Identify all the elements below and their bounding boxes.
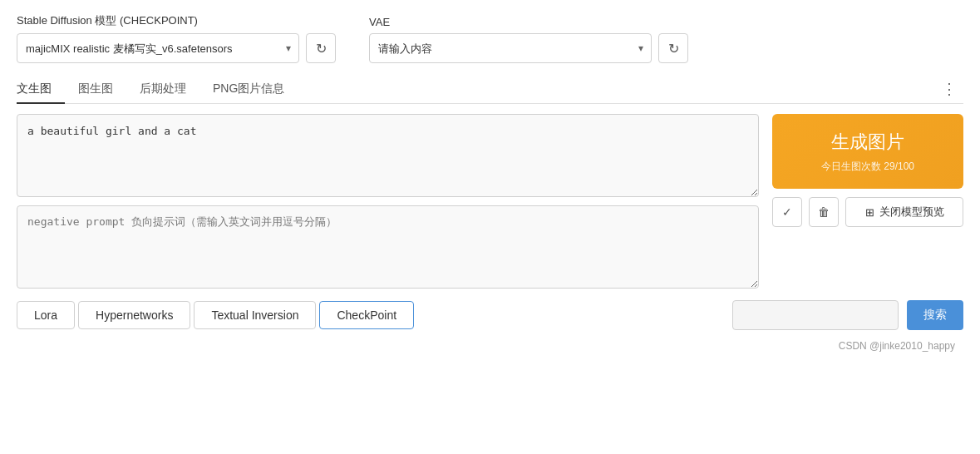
checkpoint-select-wrapper: majicMIX realistic 麦橘写实_v6.safetensors ▾ (17, 33, 299, 63)
bottom-right: 搜索 (732, 300, 963, 330)
grid-icon: ⊞ (865, 206, 874, 219)
check-icon: ✓ (782, 205, 792, 219)
vae-refresh-icon: ↻ (668, 41, 679, 57)
generate-subtitle: 今日生图次数 29/100 (821, 160, 914, 174)
generate-title: 生成图片 (831, 130, 904, 155)
vae-select-row: 请输入内容 ▾ ↻ (369, 33, 688, 63)
checkpoint-refresh-icon: ↻ (316, 41, 327, 57)
vae-select-wrapper: 请输入内容 ▾ (369, 33, 652, 63)
main-tabs-row: 文生图 图生图 后期处理 PNG图片信息 ⋮ (17, 75, 963, 104)
prompts-area: a beautiful girl and a cat (17, 114, 759, 289)
delete-button[interactable]: 🗑 (809, 197, 839, 227)
right-panel: 生成图片 今日生图次数 29/100 ✓ 🗑 ⊞ 关闭模型预览 (772, 114, 963, 289)
more-vert-icon: ⋮ (942, 80, 957, 98)
positive-prompt-textarea[interactable]: a beautiful girl and a cat (17, 114, 759, 197)
tab-txt2img[interactable]: 文生图 (17, 75, 65, 103)
watermark: CSDN @jinke2010_happy (17, 340, 963, 352)
tabs-more-button[interactable]: ⋮ (935, 76, 963, 101)
tab-png-info[interactable]: PNG图片信息 (199, 75, 298, 103)
vae-select[interactable]: 请输入内容 (369, 33, 652, 63)
checkpoint-select-row: majicMIX realistic 麦橘写实_v6.safetensors ▾… (17, 33, 336, 63)
bottom-tab-hypernetworks[interactable]: Hypernetworks (78, 301, 190, 329)
bottom-tab-lora[interactable]: Lora (17, 301, 75, 329)
trash-icon: 🗑 (818, 205, 830, 219)
vae-group: VAE 请输入内容 ▾ ↻ (369, 16, 688, 63)
tab-img2img[interactable]: 图生图 (65, 75, 126, 103)
bookmark-button[interactable]: ✓ (772, 197, 802, 227)
checkpoint-select[interactable]: majicMIX realistic 麦橘写实_v6.safetensors (17, 33, 299, 63)
negative-prompt-textarea[interactable] (17, 205, 759, 289)
vae-refresh-button[interactable]: ↻ (658, 33, 688, 63)
generate-button[interactable]: 生成图片 今日生图次数 29/100 (772, 114, 963, 189)
content-area: a beautiful girl and a cat 生成图片 今日生图次数 2… (17, 114, 963, 289)
bottom-tab-checkpoint[interactable]: CheckPoint (319, 301, 414, 329)
model-row: Stable Diffusion 模型 (CHECKPOINT) majicMI… (17, 13, 963, 63)
action-row: ✓ 🗑 ⊞ 关闭模型预览 (772, 197, 963, 227)
checkpoint-group: Stable Diffusion 模型 (CHECKPOINT) majicMI… (17, 13, 336, 63)
tab-postprocess[interactable]: 后期处理 (126, 75, 199, 103)
vae-label: VAE (369, 16, 688, 28)
search-button[interactable]: 搜索 (907, 300, 963, 330)
close-preview-button[interactable]: ⊞ 关闭模型预览 (845, 197, 963, 227)
model-search-input[interactable] (732, 300, 899, 330)
bottom-tabs-row: Lora Hypernetworks Textual Inversion Che… (17, 300, 963, 330)
bottom-tab-textual-inversion[interactable]: Textual Inversion (194, 301, 316, 329)
checkpoint-label: Stable Diffusion 模型 (CHECKPOINT) (17, 13, 336, 28)
checkpoint-refresh-button[interactable]: ↻ (306, 33, 336, 63)
close-preview-label: 关闭模型预览 (879, 205, 944, 220)
